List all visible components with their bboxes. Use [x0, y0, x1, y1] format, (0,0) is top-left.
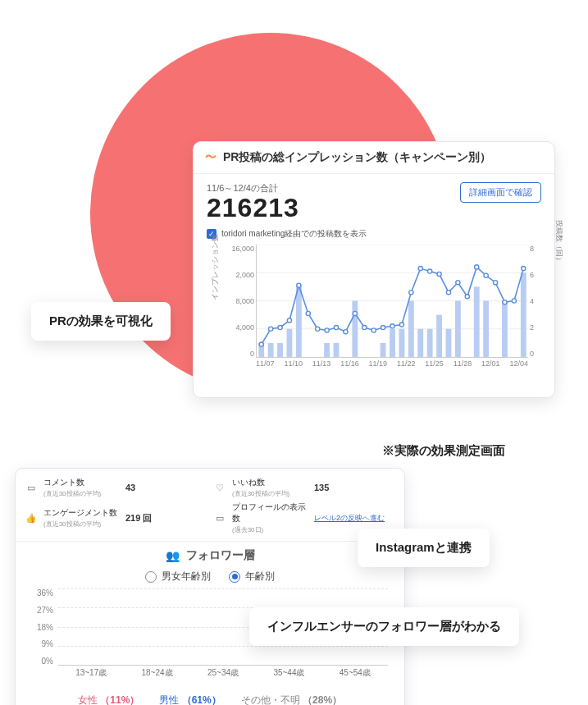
- svg-rect-12: [334, 343, 340, 357]
- svg-rect-22: [427, 329, 433, 357]
- stat-comments: ▭ コメント数(直近30投稿の平均) 43: [25, 477, 206, 498]
- svg-rect-23: [436, 315, 442, 357]
- svg-point-56: [475, 265, 479, 269]
- svg-point-42: [344, 330, 348, 334]
- profile-link[interactable]: レベル2の反映へ進む: [314, 513, 385, 524]
- follower-section-title: 👥 フォロワー層: [25, 548, 394, 563]
- svg-rect-32: [521, 272, 526, 357]
- screenshot-caption: ※実際の効果測定画面: [382, 443, 505, 459]
- follower-card: ▭ コメント数(直近30投稿の平均) 43 ♡ いいね数(直近30投稿の平均) …: [15, 468, 405, 705]
- svg-rect-14: [352, 301, 358, 358]
- bubble-follower-insight: インフルエンサーのフォロワー層がわかる: [249, 607, 519, 646]
- bubble-instagram: Instagramと連携: [358, 529, 490, 567]
- svg-point-39: [316, 327, 320, 331]
- right-axis-ticks: 8 6 4 2 0: [530, 245, 541, 358]
- svg-point-57: [484, 273, 488, 277]
- svg-rect-27: [474, 286, 480, 357]
- impressions-card-header: 〜 PR投稿の総インプレッション数（キャンペーン別）: [194, 142, 554, 174]
- impressions-title: PR投稿の総インプレッション数（キャンペーン別）: [223, 150, 491, 165]
- svg-point-58: [493, 281, 497, 285]
- svg-point-33: [259, 342, 263, 346]
- svg-point-47: [390, 324, 394, 328]
- impressions-total: 216213: [207, 193, 299, 223]
- svg-rect-30: [502, 301, 508, 358]
- svg-point-60: [512, 299, 516, 303]
- x-axis-ticks: 11/0711/10 11/1311/16 11/1911/22 11/2511…: [256, 359, 528, 368]
- right-axis-label: 投稿数（回）: [554, 220, 564, 264]
- impressions-chart: インプレッション数 投稿数（回） 16,000 2,000 8,000 4,00…: [207, 245, 541, 384]
- svg-point-61: [522, 267, 526, 271]
- svg-rect-5: [268, 343, 274, 357]
- svg-point-48: [399, 323, 403, 327]
- svg-point-53: [446, 291, 450, 295]
- svg-rect-8: [296, 286, 302, 357]
- svg-point-46: [381, 325, 385, 329]
- heart-icon: ♡: [214, 483, 226, 493]
- svg-rect-28: [483, 301, 489, 358]
- svg-rect-11: [324, 343, 330, 357]
- svg-point-37: [297, 283, 301, 287]
- svg-point-40: [325, 328, 329, 332]
- svg-point-54: [456, 281, 460, 285]
- gender-breakdown: 女性 （11%） 男性 （61%） その他・不明 （28%）: [25, 694, 394, 705]
- svg-point-45: [371, 328, 376, 332]
- svg-rect-7: [287, 329, 293, 357]
- svg-rect-24: [446, 329, 452, 357]
- impressions-card: 〜 PR投稿の総インプレッション数（キャンペーン別） 11/6～12/4の合計 …: [193, 141, 555, 398]
- svg-point-34: [269, 327, 273, 331]
- svg-point-43: [353, 311, 357, 315]
- svg-rect-21: [417, 329, 423, 357]
- profile-icon: ▭: [214, 513, 226, 524]
- svg-point-35: [278, 325, 282, 329]
- age-y-ticks: 36%27% 18%9% 0%: [29, 588, 53, 666]
- svg-point-55: [465, 295, 469, 299]
- checkbox-label: toridori marketing経由での投稿数を表示: [221, 228, 367, 240]
- growth-icon: 〜: [205, 150, 217, 165]
- svg-point-49: [409, 291, 413, 295]
- svg-point-59: [503, 300, 507, 304]
- radio-age[interactable]: 年齢別: [229, 570, 275, 584]
- svg-point-52: [437, 272, 441, 276]
- stat-engagement: 👍 エンゲージメント数(直近30投稿の平均) 219 回: [25, 501, 206, 534]
- svg-rect-6: [277, 343, 283, 357]
- detail-button[interactable]: 詳細画面で確認: [460, 182, 541, 203]
- radio-gender-age[interactable]: 男女年齢別: [145, 570, 211, 584]
- svg-point-36: [287, 318, 291, 323]
- svg-point-44: [362, 325, 367, 329]
- thumb-icon: 👍: [25, 513, 37, 524]
- svg-rect-17: [381, 343, 386, 357]
- svg-point-41: [334, 325, 338, 329]
- svg-point-50: [418, 267, 422, 271]
- svg-rect-19: [399, 329, 404, 357]
- bubble-pr-effect: PRの効果を可視化: [31, 302, 171, 341]
- stat-likes: ♡ いいね数(直近30投稿の平均) 135: [214, 477, 394, 498]
- left-axis-label: インプレッション数: [210, 234, 221, 300]
- svg-rect-20: [408, 301, 414, 358]
- svg-rect-25: [455, 301, 461, 358]
- left-axis-ticks: 16,000 2,000 8,000 4,000 0: [226, 245, 254, 358]
- svg-point-38: [306, 311, 310, 315]
- svg-point-51: [428, 269, 432, 273]
- age-x-labels: 13~17歳18~24歳 25~34歳35~44歳 45~54歳: [58, 667, 388, 679]
- comment-icon: ▭: [25, 483, 37, 493]
- svg-rect-18: [390, 329, 395, 357]
- people-icon: 👥: [166, 549, 180, 562]
